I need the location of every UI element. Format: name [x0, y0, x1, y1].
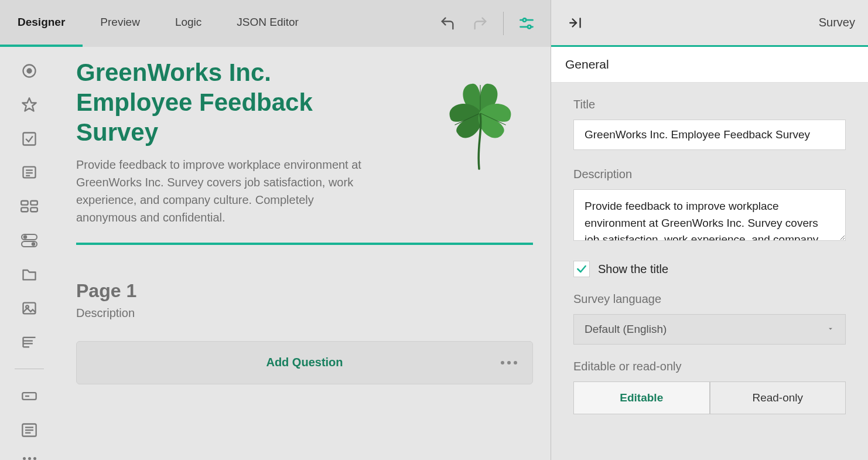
survey-header[interactable]: GreenWorks Inc. Employee Feedback Survey… — [76, 57, 533, 245]
show-title-label: Show the title — [598, 263, 668, 276]
toolbox-singleline-icon[interactable] — [19, 387, 40, 406]
toolbox-matrix-icon[interactable] — [19, 197, 40, 216]
toolbox-divider — [15, 369, 44, 369]
topbar: Designer Preview Logic JSON Editor — [0, 0, 551, 47]
tab-logic[interactable]: Logic — [158, 0, 219, 47]
add-question-more-button[interactable] — [501, 361, 517, 364]
chevron-down-icon — [826, 323, 835, 336]
collapse-panel-button[interactable] — [564, 11, 587, 35]
section-general-body: Title Description Show the title — [551, 83, 868, 283]
add-question-button[interactable]: Add Question — [76, 341, 533, 384]
svg-rect-13 — [30, 201, 37, 205]
survey-title[interactable]: GreenWorks Inc. Employee Feedback Survey — [76, 57, 392, 148]
svg-point-1 — [523, 18, 526, 21]
toolbox-radiogroup-icon[interactable] — [19, 62, 40, 80]
title-input[interactable] — [573, 120, 846, 150]
description-field-label: Description — [573, 168, 846, 181]
svg-rect-15 — [30, 208, 37, 212]
toolbox-rating-icon[interactable] — [19, 96, 40, 114]
description-input[interactable] — [573, 189, 846, 241]
mode-segmented: Editable Read-only — [573, 381, 846, 414]
language-field-label: Survey language — [573, 292, 846, 306]
main-tabs: Designer Preview Logic JSON Editor — [0, 0, 316, 47]
survey-logo[interactable] — [428, 57, 533, 180]
toolbox-comment-icon[interactable] — [19, 333, 40, 352]
page-block[interactable]: Page 1 Description Add Question — [76, 280, 533, 384]
svg-rect-14 — [21, 208, 28, 212]
page-description-placeholder[interactable]: Description — [76, 306, 533, 320]
toolbar — [434, 0, 551, 47]
mode-readonly-button[interactable]: Read-only — [710, 381, 846, 414]
design-canvas: GreenWorks Inc. Employee Feedback Survey… — [59, 47, 551, 460]
svg-point-19 — [32, 243, 35, 246]
language-select[interactable]: Default (English) — [573, 314, 846, 345]
title-field-label: Title — [573, 98, 846, 111]
undo-button[interactable] — [434, 10, 461, 37]
toolbox-image-icon[interactable] — [19, 299, 40, 318]
tab-preview[interactable]: Preview — [83, 0, 158, 47]
show-title-checkbox[interactable] — [573, 261, 590, 277]
settings-toggle-button[interactable] — [513, 10, 540, 37]
tab-json-editor[interactable]: JSON Editor — [219, 0, 316, 47]
property-panel: Survey General Title Description Show th… — [551, 0, 868, 460]
toolbox-checkbox-icon[interactable] — [19, 130, 40, 148]
toolbox-more-button[interactable] — [23, 455, 36, 460]
svg-rect-20 — [23, 302, 36, 314]
toolbox-dropdown-icon[interactable] — [19, 163, 40, 182]
section-general-header[interactable]: General — [551, 47, 868, 83]
tab-designer[interactable]: Designer — [0, 0, 83, 47]
toolbar-separator — [503, 12, 504, 35]
language-selected-value: Default (English) — [585, 323, 667, 336]
property-breadcrumb[interactable]: Survey — [819, 16, 855, 29]
svg-rect-7 — [23, 132, 36, 145]
svg-rect-12 — [21, 201, 28, 205]
add-question-label: Add Question — [266, 356, 343, 369]
toolbox-multiline-icon[interactable] — [19, 421, 40, 439]
mode-field-label: Editable or read-only — [573, 360, 846, 373]
svg-point-3 — [528, 25, 531, 28]
property-panel-header: Survey — [551, 0, 868, 47]
page-title[interactable]: Page 1 — [76, 280, 533, 302]
mode-editable-button[interactable]: Editable — [573, 381, 710, 414]
toolbox-boolean-icon[interactable] — [19, 231, 40, 250]
toolbox — [0, 47, 59, 460]
redo-button[interactable] — [467, 10, 494, 37]
svg-point-17 — [24, 236, 27, 238]
survey-description[interactable]: Provide feedback to improve workplace en… — [76, 156, 375, 226]
svg-point-5 — [28, 69, 32, 73]
toolbox-file-icon[interactable] — [19, 265, 40, 284]
svg-marker-6 — [22, 98, 36, 111]
